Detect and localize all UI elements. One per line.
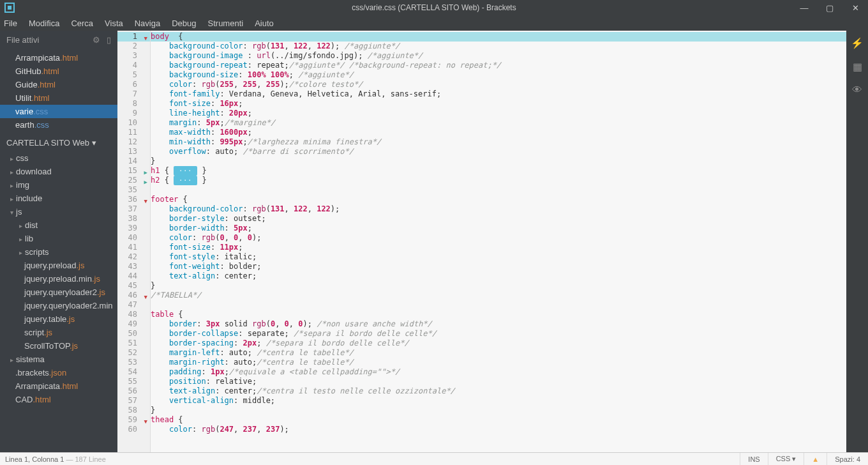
extensions-icon[interactable]: ▦ bbox=[853, 61, 862, 73]
working-files-header: File attivi ⚙ ▯ bbox=[0, 31, 117, 49]
project-title[interactable]: CARTELLA SITO Web ▾ bbox=[0, 134, 117, 151]
indent-mode[interactable]: Spazi: 4 bbox=[827, 453, 868, 466]
working-file-item[interactable]: earth.css bbox=[0, 118, 117, 132]
tree-folder[interactable]: js bbox=[0, 205, 117, 218]
working-files-list: Arrampicata.htmlGitHub.htmlGuide.htmlUti… bbox=[0, 49, 117, 134]
lint-status[interactable]: ▲ bbox=[804, 453, 827, 466]
split-icon[interactable]: ▯ bbox=[107, 35, 111, 45]
code-area[interactable]: body { background-color: rgb(131, 122, 1… bbox=[151, 31, 846, 452]
close-button[interactable]: ✕ bbox=[842, 0, 868, 15]
menu-aiuto[interactable]: Aiuto bbox=[255, 19, 274, 28]
working-file-item[interactable]: Arrampicata.html bbox=[0, 51, 117, 65]
menu-naviga[interactable]: Naviga bbox=[135, 19, 160, 28]
working-file-item[interactable]: GitHub.html bbox=[0, 65, 117, 78]
eye-icon[interactable]: 👁 bbox=[852, 84, 862, 96]
window-title: css/varie.css (CARTELLA SITO Web) - Brac… bbox=[352, 3, 516, 12]
tree-folder[interactable]: download bbox=[0, 165, 117, 178]
working-files-title: File attivi bbox=[6, 35, 39, 45]
tree-folder[interactable]: css bbox=[0, 151, 117, 165]
menu-file[interactable]: File bbox=[4, 19, 17, 28]
working-file-item[interactable]: Guide.html bbox=[0, 78, 117, 91]
tree-file[interactable]: ScrollToTOP.js bbox=[0, 339, 117, 353]
minimize-button[interactable]: — bbox=[791, 0, 817, 15]
editor[interactable]: 1▼23456789101112131415▶25▶3536▼373839404… bbox=[117, 31, 846, 452]
live-preview-icon[interactable]: ⚡ bbox=[851, 37, 864, 49]
sidebar: File attivi ⚙ ▯ Arrampicata.htmlGitHub.h… bbox=[0, 31, 117, 452]
menu-strumenti[interactable]: Strumenti bbox=[208, 19, 244, 28]
project-tree: cssdownloadimgincludejsdistlibscriptsjqu… bbox=[0, 151, 117, 452]
tree-file[interactable]: script.js bbox=[0, 326, 117, 339]
insert-mode[interactable]: INS bbox=[740, 453, 767, 466]
tree-file[interactable]: CAD.html bbox=[0, 393, 117, 406]
tree-folder[interactable]: include bbox=[0, 192, 117, 205]
tree-folder[interactable]: scripts bbox=[0, 245, 117, 259]
tree-folder[interactable]: img bbox=[0, 178, 117, 192]
tree-file[interactable]: jquery.table.js bbox=[0, 312, 117, 326]
svg-rect-1 bbox=[8, 6, 11, 10]
language-mode[interactable]: CSS ▾ bbox=[768, 453, 804, 466]
statusbar: Linea 1, Colonna 1 — 187 Linee INS CSS ▾… bbox=[0, 452, 868, 465]
maximize-button[interactable]: ▢ bbox=[817, 0, 842, 15]
tree-file[interactable]: jquery.queryloader2.js bbox=[0, 286, 117, 299]
tree-folder[interactable]: sistema bbox=[0, 353, 117, 366]
tree-file[interactable]: .brackets.json bbox=[0, 366, 117, 379]
app-logo-icon bbox=[4, 2, 15, 13]
working-file-item[interactable]: Utilit.html bbox=[0, 91, 117, 105]
tree-file[interactable]: Arrampicata.html bbox=[0, 379, 117, 393]
menu-debug[interactable]: Debug bbox=[172, 19, 196, 28]
menu-modifica[interactable]: Modifica bbox=[29, 19, 59, 28]
tree-folder[interactable]: lib bbox=[0, 232, 117, 245]
cursor-position: Linea 1, Colonna 1 — 187 Linee bbox=[0, 455, 106, 463]
tree-file[interactable]: jquery.preload.min.js bbox=[0, 272, 117, 286]
gear-icon[interactable]: ⚙ bbox=[93, 35, 100, 45]
titlebar: css/varie.css (CARTELLA SITO Web) - Brac… bbox=[0, 0, 868, 15]
menu-vista[interactable]: Vista bbox=[105, 19, 123, 28]
menubar: File Modifica Cerca Vista Naviga Debug S… bbox=[0, 15, 868, 31]
tree-file[interactable]: jquery.queryloader2.min bbox=[0, 299, 117, 312]
working-file-item[interactable]: varie.css bbox=[0, 105, 117, 118]
menu-cerca[interactable]: Cerca bbox=[71, 19, 93, 28]
right-toolbar: ⚡ ▦ 👁 bbox=[846, 31, 868, 452]
tree-file[interactable]: jquery.preload.js bbox=[0, 259, 117, 272]
gutter: 1▼23456789101112131415▶25▶3536▼373839404… bbox=[117, 31, 151, 452]
tree-folder[interactable]: dist bbox=[0, 218, 117, 232]
